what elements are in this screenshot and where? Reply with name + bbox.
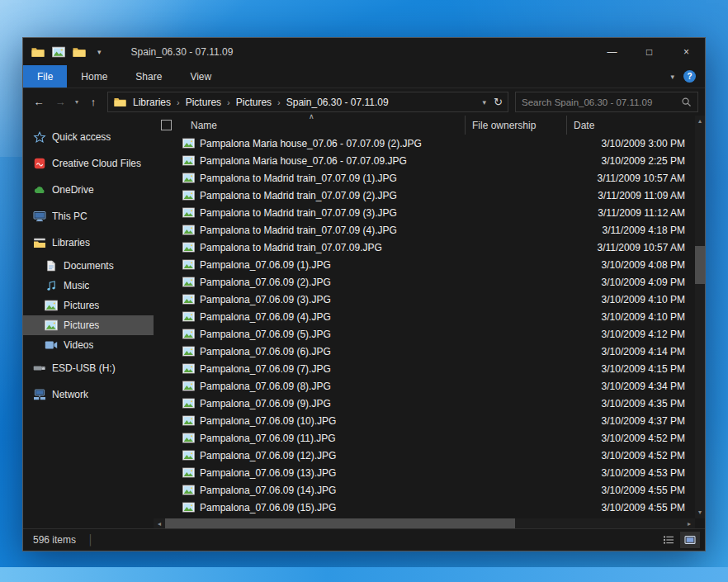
file-date: 3/10/2009 4:10 PM	[578, 294, 695, 305]
file-row[interactable]: Pampalona to Madrid train_07.07.09 (4).J…	[154, 221, 695, 239]
breadcrumb-segment-pictures[interactable]: Pictures	[236, 97, 272, 108]
quick-access-toolbar-properties-icon[interactable]	[52, 46, 65, 58]
file-row[interactable]: Pampalona_07.06.09 (9).JPG 3/10/2009 4:3…	[154, 395, 695, 412]
file-row[interactable]: Pampalona to Madrid train_07.07.09 (1).J…	[154, 169, 695, 187]
file-row[interactable]: Pampalona_07.06.09 (14).JPG 3/10/2009 4:…	[154, 481, 695, 499]
jpg-file-icon	[182, 502, 195, 513]
breadcrumb-segment-spain-06-30-07-11-09[interactable]: Spain_06.30 - 07.11.09	[286, 97, 389, 108]
file-row[interactable]: Pampalona_07.06.09 (4).JPG 3/10/2009 4:1…	[154, 308, 695, 325]
item-count: 596 items	[33, 534, 76, 546]
sort-ascending-icon[interactable]: ∧	[309, 112, 314, 121]
file-row[interactable]: Pampalona to Madrid train_07.07.09 (2).J…	[154, 187, 695, 204]
sidebar-item-creative-cloud-files[interactable]: Creative Cloud Files	[23, 150, 154, 177]
scroll-up-icon[interactable]: ▴	[698, 116, 702, 127]
search-box[interactable]	[515, 92, 698, 112]
quick-access-toolbar-new-folder-icon[interactable]	[73, 46, 86, 58]
file-name: Pampalona_07.06.09 (4).JPG	[200, 311, 578, 323]
file-row[interactable]: Pampalona_07.06.09 (13).JPG 3/10/2009 4:…	[154, 464, 695, 481]
sidebar-item-pictures[interactable]: Pictures	[23, 315, 154, 335]
videos-icon	[45, 339, 58, 351]
scroll-left-icon[interactable]: ◂	[154, 520, 165, 528]
search-icon[interactable]	[681, 97, 692, 107]
sidebar-item-libraries[interactable]: Libraries	[23, 229, 154, 256]
breadcrumb-separator-icon[interactable]: ›	[171, 97, 186, 107]
select-all-checkbox[interactable]	[161, 120, 172, 130]
vertical-scrollbar[interactable]: ▴ ▾	[695, 116, 705, 518]
minimize-button[interactable]: —	[593, 38, 631, 65]
file-row[interactable]: Pampalona_07.06.09 (7).JPG 3/10/2009 4:1…	[154, 360, 695, 377]
file-name: Pampalona_07.06.09 (9).JPG	[200, 398, 578, 409]
breadcrumb-segment-libraries[interactable]: Libraries	[133, 97, 171, 108]
sidebar-item-videos[interactable]: Videos	[23, 335, 154, 355]
file-name: Pampalona_07.06.09 (2).JPG	[200, 277, 578, 288]
file-row[interactable]: Pampalona_07.06.09 (12).JPG 3/10/2009 4:…	[154, 447, 695, 464]
help-icon[interactable]: ?	[683, 70, 696, 83]
jpg-file-icon	[182, 450, 195, 461]
up-button[interactable]: ↑	[83, 96, 104, 108]
horizontal-scrollbar[interactable]: ◂ ▸	[154, 518, 695, 528]
file-list-pane: ∧ Name File ownership Date Pampalona Mar…	[154, 116, 705, 528]
star-icon	[33, 131, 46, 143]
file-name: Pampalona_07.06.09 (10).JPG	[200, 415, 578, 427]
refresh-icon[interactable]: ↻	[494, 96, 503, 108]
tab-view[interactable]: View	[176, 65, 225, 88]
close-button[interactable]: ×	[668, 38, 705, 65]
file-row[interactable]: Pampalona_07.06.09 (1).JPG 3/10/2009 4:0…	[154, 256, 695, 273]
address-bar-controls: ▾ ↻	[483, 96, 503, 108]
file-row[interactable]: Pampalona_07.06.09 (3).JPG 3/10/2009 4:1…	[154, 291, 695, 308]
file-row[interactable]: Pampalona_07.06.09 (10).JPG 3/10/2009 4:…	[154, 412, 695, 429]
tab-home[interactable]: Home	[67, 65, 121, 88]
file-row[interactable]: Pampalona Maria house_07.06 - 07.07.09.J…	[154, 152, 695, 169]
window-folder-icon	[31, 46, 45, 58]
breadcrumb-separator-icon[interactable]: ›	[221, 97, 236, 107]
file-row[interactable]: Pampalona_07.06.09 (6).JPG 3/10/2009 4:1…	[154, 343, 695, 360]
sidebar-item-quick-access[interactable]: Quick access	[23, 124, 154, 150]
file-row[interactable]: Pampalona_07.06.09 (5).JPG 3/10/2009 4:1…	[154, 325, 695, 343]
sidebar-item-music[interactable]: Music	[23, 276, 154, 296]
sidebar-item-pictures[interactable]: Pictures	[23, 296, 154, 315]
file-row[interactable]: Pampalona_07.06.09 (2).JPG 3/10/2009 4:0…	[154, 273, 695, 291]
breadcrumb-separator-icon[interactable]: ›	[272, 97, 286, 107]
horizontal-scrollbar-thumb[interactable]	[165, 518, 515, 528]
address-dropdown-icon[interactable]: ▾	[483, 98, 487, 106]
network-icon	[33, 389, 46, 400]
large-icons-view-button[interactable]	[680, 532, 700, 548]
status-divider: │	[87, 534, 94, 546]
search-input[interactable]	[522, 97, 681, 107]
file-name: Pampalona_07.06.09 (8).JPG	[200, 381, 578, 392]
details-view-button[interactable]	[659, 532, 678, 548]
file-row[interactable]: Pampalona_07.06.09 (11).JPG 3/10/2009 4:…	[154, 429, 695, 447]
vertical-scrollbar-thumb[interactable]	[695, 246, 705, 284]
title-bar[interactable]: ▾ Spain_06.30 - 07.11.09 — □ ×	[23, 38, 705, 65]
breadcrumb-segment-pictures[interactable]: Pictures	[186, 97, 221, 108]
sidebar-item-network[interactable]: Network	[23, 381, 154, 408]
address-bar[interactable]: Libraries›Pictures›Pictures›Spain_06.30 …	[107, 92, 508, 112]
sidebar-item-documents[interactable]: Documents	[23, 256, 154, 276]
file-name: Pampalona to Madrid train_07.07.09 (4).J…	[200, 225, 578, 236]
column-header-date[interactable]: Date	[567, 116, 695, 135]
scroll-right-icon[interactable]: ▸	[683, 520, 695, 528]
column-header-name[interactable]: Name	[183, 116, 466, 135]
recent-locations-dropdown-icon[interactable]: ▾	[71, 98, 83, 106]
file-row[interactable]: Pampalona_07.06.09 (15).JPG 3/10/2009 4:…	[154, 499, 695, 516]
file-row[interactable]: Pampalona to Madrid train_07.07.09 (3).J…	[154, 204, 695, 221]
scroll-down-icon[interactable]: ▾	[698, 507, 702, 518]
sidebar-item-this-pc[interactable]: This PC	[23, 203, 154, 229]
tab-file[interactable]: File	[23, 65, 67, 88]
forward-button[interactable]: →	[50, 96, 71, 108]
file-row[interactable]: Pampalona_07.06.09 (8).JPG 3/10/2009 4:3…	[154, 377, 695, 395]
file-date: 3/10/2009 4:34 PM	[578, 381, 695, 392]
ribbon-expand-icon[interactable]: ▾	[670, 73, 674, 81]
sidebar-item-esd-usb-h[interactable]: ESD-USB (H:)	[23, 355, 154, 381]
column-header-file-ownership[interactable]: File ownership	[466, 116, 567, 135]
tab-share[interactable]: Share	[121, 65, 176, 88]
sidebar-item-onedrive[interactable]: OneDrive	[23, 177, 154, 203]
file-date: 3/10/2009 3:00 PM	[578, 138, 695, 149]
maximize-button[interactable]: □	[631, 38, 668, 65]
quick-access-toolbar-dropdown-icon[interactable]: ▾	[97, 48, 102, 56]
file-row[interactable]: Pampalona Maria house_07.06 - 07.07.09 (…	[154, 135, 695, 152]
file-row[interactable]: Pampalona to Madrid train_07.07.09.JPG 3…	[154, 239, 695, 256]
file-date: 3/10/2009 4:15 PM	[578, 363, 695, 375]
back-button[interactable]: ←	[28, 96, 50, 108]
jpg-file-icon	[182, 415, 195, 426]
